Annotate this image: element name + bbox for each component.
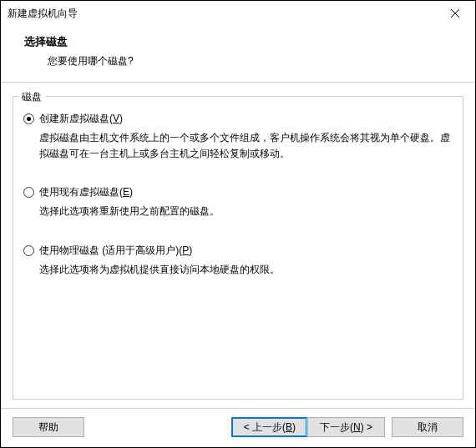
titlebar: 新建虚拟机向导 (1, 1, 475, 26)
wizard-header: 选择磁盘 您要使用哪个磁盘? (1, 26, 475, 82)
back-button[interactable]: < 上一步(B) (231, 417, 307, 437)
fieldset-legend: 磁盘 (18, 90, 45, 104)
close-icon (451, 9, 459, 18)
nav-button-pair: < 上一步(B) 下一步(N) > (231, 417, 385, 437)
radio-use-existing[interactable]: 使用现有虚拟磁盘(E) (23, 185, 453, 199)
content-area: 磁盘 创建新虚拟磁盘(V) 虚拟磁盘由主机文件系统上的一个或多个文件组成，客户机… (1, 83, 475, 408)
page-title: 选择磁盘 (24, 34, 452, 49)
radio-option-use-existing: 使用现有虚拟磁盘(E) 选择此选项将重新使用之前配置的磁盘。 (23, 185, 453, 219)
radio-input-use-physical[interactable] (23, 245, 34, 256)
radio-input-use-existing[interactable] (23, 187, 34, 198)
wizard-dialog: 新建虚拟机向导 选择磁盘 您要使用哪个磁盘? 磁盘 创建新虚拟磁盘(V) 虚拟磁… (0, 0, 476, 448)
radio-label-use-physical: 使用物理磁盘 (适用于高级用户)(P) (39, 244, 192, 258)
close-button[interactable] (438, 2, 472, 25)
button-bar: 帮助 < 上一步(B) 下一步(N) > 取消 (1, 408, 475, 447)
radio-option-create-new: 创建新虚拟磁盘(V) 虚拟磁盘由主机文件系统上的一个或多个文件组成，客户机操作系… (23, 112, 453, 162)
radio-label-use-existing: 使用现有虚拟磁盘(E) (39, 185, 133, 199)
radio-option-use-physical: 使用物理磁盘 (适用于高级用户)(P) 选择此选项将为虚拟机提供直接访问本地硬盘… (23, 244, 453, 278)
radio-desc-use-physical: 选择此选项将为虚拟机提供直接访问本地硬盘的权限。 (23, 262, 453, 278)
page-subtitle: 您要使用哪个磁盘? (24, 54, 452, 68)
radio-label-create-new: 创建新虚拟磁盘(V) (39, 112, 123, 126)
radio-desc-use-existing: 选择此选项将重新使用之前配置的磁盘。 (23, 204, 453, 219)
next-button[interactable]: 下一步(N) > (307, 417, 385, 437)
cancel-button[interactable]: 取消 (392, 417, 463, 437)
disk-fieldset: 磁盘 创建新虚拟磁盘(V) 虚拟磁盘由主机文件系统上的一个或多个文件组成，客户机… (13, 96, 463, 400)
radio-create-new[interactable]: 创建新虚拟磁盘(V) (23, 112, 453, 126)
dialog-title: 新建虚拟机向导 (8, 7, 78, 21)
radio-use-physical[interactable]: 使用物理磁盘 (适用于高级用户)(P) (23, 244, 453, 258)
help-button[interactable]: 帮助 (13, 417, 84, 437)
disk-radio-group: 创建新虚拟磁盘(V) 虚拟磁盘由主机文件系统上的一个或多个文件组成，客户机操作系… (23, 112, 453, 301)
radio-input-create-new[interactable] (23, 113, 34, 124)
radio-desc-create-new: 虚拟磁盘由主机文件系统上的一个或多个文件组成，客户机操作系统会将其视为单个硬盘。… (23, 130, 453, 162)
